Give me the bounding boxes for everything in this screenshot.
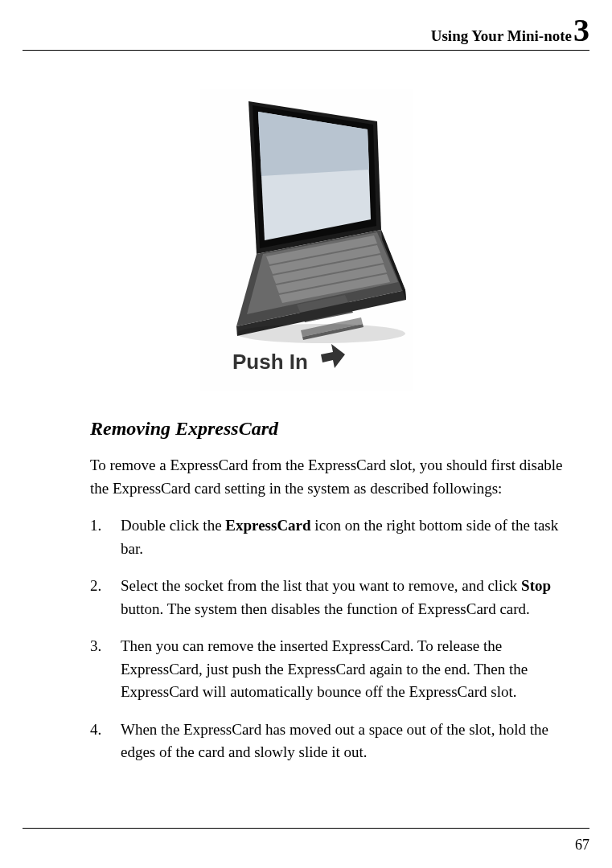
- step-number: 1.: [90, 514, 121, 560]
- list-item: 3. Then you can remove the inserted Expr…: [90, 635, 575, 704]
- step-text: Select the socket from the list that you…: [121, 575, 575, 620]
- header-title-group: Using Your Mini-note 3: [431, 14, 589, 47]
- content-area: Removing ExpressCard To remove a Express…: [23, 413, 589, 779]
- page-number: 67: [575, 837, 589, 854]
- intro-paragraph: To remove a ExpressCard from the Express…: [90, 454, 575, 500]
- step-text: When the ExpressCard has moved out a spa…: [121, 719, 575, 764]
- figure-container: Push In: [23, 89, 589, 391]
- step-number: 2.: [90, 575, 121, 620]
- page-footer: 67: [23, 828, 589, 854]
- step-number: 4.: [90, 719, 121, 764]
- step-text: Then you can remove the inserted Express…: [121, 635, 575, 704]
- list-item: 4. When the ExpressCard has moved out a …: [90, 719, 575, 764]
- page-header: Using Your Mini-note 3: [23, 14, 589, 51]
- header-chapter-title: Using Your Mini-note: [431, 27, 572, 45]
- list-item: 1. Double click the ExpressCard icon on …: [90, 514, 575, 560]
- header-chapter-number: 3: [573, 14, 589, 47]
- step-text: Double click the ExpressCard icon on the…: [121, 514, 575, 560]
- steps-list: 1. Double click the ExpressCard icon on …: [90, 514, 575, 764]
- laptop-illustration-icon: Push In: [200, 89, 413, 391]
- section-heading: Removing ExpressCard: [90, 418, 575, 440]
- svg-point-17: [236, 324, 405, 343]
- list-item: 2. Select the socket from the list that …: [90, 575, 575, 620]
- step-number: 3.: [90, 635, 121, 704]
- svg-marker-16: [321, 344, 345, 368]
- page-container: Using Your Mini-note 3: [0, 0, 612, 868]
- laptop-figure: Push In: [200, 89, 413, 391]
- figure-caption: Push In: [232, 350, 308, 374]
